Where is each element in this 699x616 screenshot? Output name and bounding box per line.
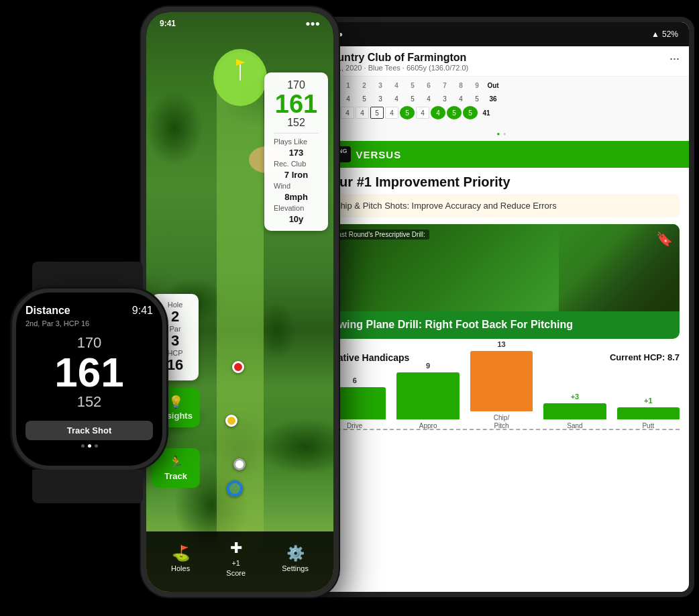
priority-card: Chip & Pitch Shots: Improve Accuracy and… xyxy=(323,194,680,217)
sc-sout: 41 xyxy=(479,107,494,119)
yc-mid: 161 xyxy=(274,91,319,117)
tablet-wifi-icon2: ▲ xyxy=(651,30,659,39)
yc-elevation-val: 10y xyxy=(274,214,319,224)
yc-rec-club-row: Rec. Club xyxy=(274,160,319,168)
versus-bar: SWINGU VERSUS xyxy=(314,141,689,168)
tablet-battery: 52% xyxy=(662,30,678,39)
sc-h1: 1 xyxy=(341,79,356,91)
drill-section[interactable]: Last Round's Prescriptive Drill: 🔖 Swing… xyxy=(323,224,680,339)
bookmark-icon[interactable]: 🔖 xyxy=(656,231,673,247)
hcp-current: Current HCP: 8.7 xyxy=(610,352,680,362)
sc-h8: 8 xyxy=(453,79,468,91)
scorecard-page-dots: ● ● xyxy=(314,123,689,141)
watch-device: Distance 9:41 2nd, Par 3, HCP 16 170 161… xyxy=(12,289,173,476)
yc-plays-like-label: Plays Like xyxy=(274,138,307,146)
nav-score[interactable]: ✚ +1 Score xyxy=(226,540,246,577)
yc-plays-like-row: Plays Like xyxy=(274,138,319,146)
hcp-current-val: 8.7 xyxy=(667,352,680,362)
priority-card-text: Chip & Pitch Shots: Improve Accuracy and… xyxy=(334,201,557,211)
map-flag xyxy=(235,59,246,81)
yc-back: 152 xyxy=(274,117,319,129)
watch-back-distance: 152 xyxy=(25,393,153,411)
holes-icon: ⛳ xyxy=(172,545,190,562)
score-val: +1 xyxy=(231,559,240,567)
watch-subtitle: 2nd, Par 3, HCP 16 xyxy=(25,319,153,327)
versus-label: VERSUS xyxy=(356,149,402,160)
yc-rec-club-val: 7 Iron xyxy=(274,170,319,180)
pin-red-dot xyxy=(232,361,244,373)
watch-dot-1 xyxy=(81,444,85,448)
watch-screen: Distance 9:41 2nd, Par 3, HCP 16 170 161… xyxy=(16,293,162,466)
sc-p4: 4 xyxy=(389,93,404,105)
watch-band-bottom xyxy=(32,470,143,503)
score-label: Score xyxy=(226,569,246,577)
bar-putt-num: +1 xyxy=(644,397,653,405)
bar-chip-num: 13 xyxy=(497,340,505,348)
watch-track-shot-button[interactable]: Track Shot xyxy=(25,421,153,440)
pin-blue-circle xyxy=(227,480,243,497)
course-name: Country Club of Farmington xyxy=(323,52,468,64)
sc-p8: 4 xyxy=(453,93,468,105)
bar-chip: 13 Chip/Pitch xyxy=(470,340,533,430)
scorecard-menu-button[interactable]: ··· xyxy=(669,52,680,66)
bar-appro-rect xyxy=(396,372,459,419)
pin-red xyxy=(232,361,244,373)
sc-p3: 3 xyxy=(373,93,388,105)
tablet-status-right: ▲ 52% xyxy=(651,30,678,39)
scorecard-course-info: Country Club of Farmington Jun 1, 2020 ·… xyxy=(323,52,468,72)
tablet-status-bar: ▲ ● ▲ 52% xyxy=(314,22,689,46)
yc-wind-row: Wind xyxy=(274,182,319,190)
sc-p9: 5 xyxy=(470,93,484,105)
priority-section: Your #1 Improvement Priority Chip & Pitc… xyxy=(314,168,689,224)
priority-title: Your #1 Improvement Priority xyxy=(323,174,680,190)
scorecard-par-row: Par 4 5 3 4 5 4 3 4 5 36 xyxy=(319,93,684,105)
bar-chart: 6 Drive 9 Appro 13 Chip/Pitch xyxy=(323,370,680,444)
flag-pole xyxy=(239,64,241,81)
phone-status-bar: 9:41 ●●● xyxy=(146,12,333,42)
sc-h7: 7 xyxy=(437,79,452,91)
sc-hout: Out xyxy=(486,79,500,91)
settings-icon: ⚙️ xyxy=(286,545,305,562)
bar-baseline xyxy=(323,429,680,430)
watch-dot-3 xyxy=(95,444,98,448)
bar-putt: +1 Putt xyxy=(617,397,680,430)
sc-h9: 9 xyxy=(470,79,484,91)
yc-elevation-label: Elevation xyxy=(274,204,304,212)
phone-bottom-nav: ⛳ Holes ✚ +1 Score ⚙️ Settings xyxy=(146,531,333,592)
sc-h6: 6 xyxy=(421,79,436,91)
watch-mid-distance: 161 xyxy=(25,352,153,393)
bar-chip-rect xyxy=(470,351,533,411)
sc-h3: 3 xyxy=(373,79,388,91)
sc-s9: 5 xyxy=(463,106,478,119)
watch-title: Distance xyxy=(25,305,70,317)
sc-s7: 4 xyxy=(431,106,445,119)
watch-time: 9:41 xyxy=(132,305,153,317)
pin-yellow-dot xyxy=(225,415,237,427)
sc-p5: 5 xyxy=(405,93,420,105)
flag-icon xyxy=(236,59,246,66)
tablet-scorecard-header: Country Club of Farmington Jun 1, 2020 ·… xyxy=(314,46,689,76)
yc-divider xyxy=(274,133,319,134)
sc-s3: 5 xyxy=(370,107,384,119)
yardage-card: 170 161 152 Plays Like 173 Rec. Club 7 I… xyxy=(264,72,328,231)
watch-body: Distance 9:41 2nd, Par 3, HCP 16 170 161… xyxy=(12,289,166,470)
settings-label: Settings xyxy=(282,564,309,572)
phone-signal: ●●● xyxy=(305,19,320,28)
course-sub: Jun 1, 2020 · Blue Tees · 6605y (136.0/7… xyxy=(323,64,468,72)
scorecard-grid: 1 2 3 4 5 6 7 8 9 Out Par 4 5 3 4 5 4 3 … xyxy=(314,76,689,123)
nav-settings[interactable]: ⚙️ Settings xyxy=(282,545,309,572)
bar-putt-rect xyxy=(617,407,680,419)
drill-image: Last Round's Prescriptive Drill: xyxy=(323,224,680,311)
holes-label: Holes xyxy=(171,564,190,572)
tablet-body: ▲ ● ▲ 52% Country Club of Farmington Jun… xyxy=(309,17,694,597)
bar-drive-num: 6 xyxy=(353,376,357,384)
scorecard-holes-row: 1 2 3 4 5 6 7 8 9 Out xyxy=(319,79,684,91)
scorecard-score-row: 4 4 5 4 5 4 4 5 5 41 xyxy=(319,106,684,119)
phone-map: 170 161 152 Plays Like 173 Rec. Club 7 I… xyxy=(146,12,333,592)
bar-appro: 9 Appro xyxy=(396,362,459,430)
sc-s8: 5 xyxy=(447,106,462,119)
nav-holes[interactable]: ⛳ Holes xyxy=(171,545,190,572)
scorecard-title-row: Country Club of Farmington Jun 1, 2020 ·… xyxy=(323,52,680,72)
yc-wind-val: 8mph xyxy=(274,192,319,202)
sc-s4: 4 xyxy=(385,107,398,119)
